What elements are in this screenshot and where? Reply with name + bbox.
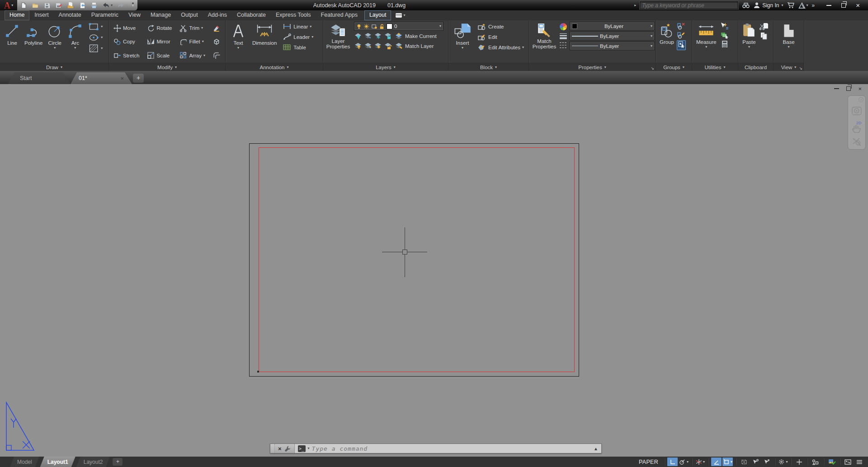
ribbon-tab-parametric[interactable]: Parametric xyxy=(86,10,123,20)
isolate-objects-button[interactable] xyxy=(810,458,821,466)
group-edit-icon[interactable] xyxy=(677,31,686,39)
command-input[interactable] xyxy=(312,445,591,452)
quick-calculator-icon[interactable] xyxy=(720,40,729,48)
command-customize-wrench-icon[interactable] xyxy=(284,445,291,452)
edit-attributes-button[interactable]: Edit Attributes▾ xyxy=(476,42,525,52)
ribbon-tab-layout[interactable]: Layout xyxy=(364,10,392,20)
ribbon-tab-featured-apps[interactable]: Featured Apps xyxy=(316,10,363,20)
minimize-icon[interactable] xyxy=(826,5,831,6)
ribbon-tab-view[interactable]: View xyxy=(123,10,146,20)
panel-footer-layers[interactable]: Layers ▾ xyxy=(323,63,448,71)
layer-properties-button[interactable]: Layer Properties xyxy=(325,22,351,50)
new-drawing-button[interactable] xyxy=(20,2,27,9)
customization-button[interactable] xyxy=(854,458,864,466)
ribbon-tab-annotate[interactable]: Annotate xyxy=(54,10,86,20)
panel-footer-clipboard[interactable]: Clipboard xyxy=(738,63,773,71)
polyline-button[interactable]: Polyline xyxy=(23,22,44,47)
annotation-visibility-toggle[interactable] xyxy=(750,458,760,466)
cut-icon[interactable] xyxy=(760,23,769,30)
hatch-button[interactable]: ▾ xyxy=(88,43,103,53)
trim-button[interactable]: Trim▾ xyxy=(179,24,208,33)
undo-button[interactable]: ▾ xyxy=(102,2,113,9)
ribbon-tab-manage[interactable]: Manage xyxy=(146,10,176,20)
line-button[interactable]: Line xyxy=(3,22,22,47)
quick-select-icon[interactable] xyxy=(720,22,729,30)
panel-footer-view[interactable]: View ▾ ↘ xyxy=(774,63,804,71)
rectangle-button[interactable]: ▾ xyxy=(88,22,103,31)
close-drawing-icon[interactable]: × xyxy=(858,85,862,92)
group-selection-toggle[interactable] xyxy=(677,40,686,50)
ribbon-tab-collaborate[interactable]: Collaborate xyxy=(232,10,271,20)
insert-block-button[interactable]: Insert ▾ xyxy=(452,22,473,51)
panel-footer-draw[interactable]: Draw ▾ xyxy=(0,63,108,71)
explode-button[interactable] xyxy=(212,37,223,47)
edit-block-button[interactable]: Edit xyxy=(476,32,525,42)
new-layout-button[interactable]: + xyxy=(113,458,123,466)
offset-button[interactable] xyxy=(212,51,223,60)
navigation-wheel-icon[interactable] xyxy=(851,106,862,117)
redo-button[interactable]: ▾ xyxy=(117,2,127,9)
stretch-button[interactable]: Stretch xyxy=(113,51,142,60)
array-button[interactable]: Array▾ xyxy=(179,51,208,60)
command-drag-handle[interactable] xyxy=(270,444,275,453)
a360-button[interactable]: ▾ xyxy=(798,2,808,9)
polar-tracking-toggle[interactable]: ▾ xyxy=(679,458,689,466)
command-prompt-icon[interactable]: >_ xyxy=(298,445,306,452)
ellipse-button[interactable]: ▾ xyxy=(88,33,103,42)
new-tab-button[interactable]: + xyxy=(133,74,144,83)
layer-select[interactable]: 0 ▾ xyxy=(354,22,443,31)
open-from-web-button[interactable] xyxy=(67,2,74,9)
customize-qat-button[interactable]: ▾ xyxy=(132,3,134,8)
dialog-launcher-icon[interactable]: ↘ xyxy=(799,66,802,71)
ribbon-tab-addins[interactable]: Add-ins xyxy=(203,10,232,20)
layout1-tab[interactable]: Layout1 xyxy=(40,457,75,467)
dimension-button[interactable]: Dimension xyxy=(251,22,278,47)
make-current-button[interactable]: Make Current xyxy=(394,31,438,41)
paste-button[interactable]: Paste ▾ xyxy=(741,22,758,50)
open-button[interactable] xyxy=(32,2,39,9)
file-tab-document[interactable]: 01* × xyxy=(71,72,132,84)
leader-button[interactable]: Leader▾ xyxy=(282,32,314,42)
search-binoculars-icon[interactable] xyxy=(742,2,750,9)
ortho-toggle[interactable] xyxy=(667,458,678,466)
panel-footer-groups[interactable]: Groups ▾ xyxy=(656,63,692,71)
match-layer-button[interactable]: Match Layer xyxy=(394,41,434,51)
isodraft-toggle[interactable]: ▾ xyxy=(695,458,705,466)
model-tab[interactable]: Model xyxy=(10,457,39,467)
toolbar-overflow-chevrons-icon[interactable]: » xyxy=(812,2,815,9)
annotation-autoscale-toggle[interactable] xyxy=(761,458,772,466)
save-button[interactable] xyxy=(43,2,51,9)
ungroup-icon[interactable] xyxy=(677,22,686,30)
object-color-select[interactable]: ByLayer ▾ xyxy=(570,22,655,30)
ribbon-tab-output[interactable]: Output xyxy=(176,10,203,20)
restore-drawing-icon[interactable] xyxy=(846,86,851,91)
zoom-extents-icon[interactable] xyxy=(851,137,862,146)
save-to-web-button[interactable] xyxy=(79,2,86,9)
panel-footer-properties[interactable]: Properties ▾ ↘ xyxy=(529,63,656,71)
select-similar-icon[interactable] xyxy=(720,31,729,39)
graphics-performance-button[interactable] xyxy=(826,458,837,466)
erase-button[interactable] xyxy=(212,24,223,33)
panel-footer-modify[interactable]: Modify ▾ xyxy=(109,63,225,71)
pan-hand-icon[interactable] xyxy=(851,124,862,134)
measure-button[interactable]: Measure ▾ xyxy=(695,22,718,50)
create-block-button[interactable]: Create xyxy=(476,22,525,31)
annotation-monitor-button[interactable] xyxy=(794,458,804,466)
layout2-tab[interactable]: Layout2 xyxy=(76,457,110,467)
save-as-button[interactable] xyxy=(55,2,62,9)
plot-button[interactable] xyxy=(90,2,98,9)
navbar-close-icon[interactable]: × xyxy=(859,97,863,102)
dialog-launcher-icon[interactable]: ↘ xyxy=(651,66,654,71)
viewport-border[interactable] xyxy=(259,147,575,372)
lineweight-icon[interactable] xyxy=(559,33,567,40)
ribbon-tab-home[interactable]: Home xyxy=(5,10,29,20)
linetype-icon[interactable] xyxy=(559,42,567,49)
sign-in-button[interactable]: Sign In ▾ xyxy=(754,2,783,9)
circle-button[interactable]: Circle ▾ xyxy=(45,22,64,51)
match-properties-button[interactable]: Match Properties xyxy=(532,22,557,50)
minimize-drawing-icon[interactable] xyxy=(834,88,839,89)
workspace-switching-button[interactable]: ▾ xyxy=(778,458,788,466)
copy-button[interactable]: Copy xyxy=(113,37,142,47)
ribbon-tab-insert[interactable]: Insert xyxy=(29,10,53,20)
table-button[interactable]: Table xyxy=(282,42,314,52)
